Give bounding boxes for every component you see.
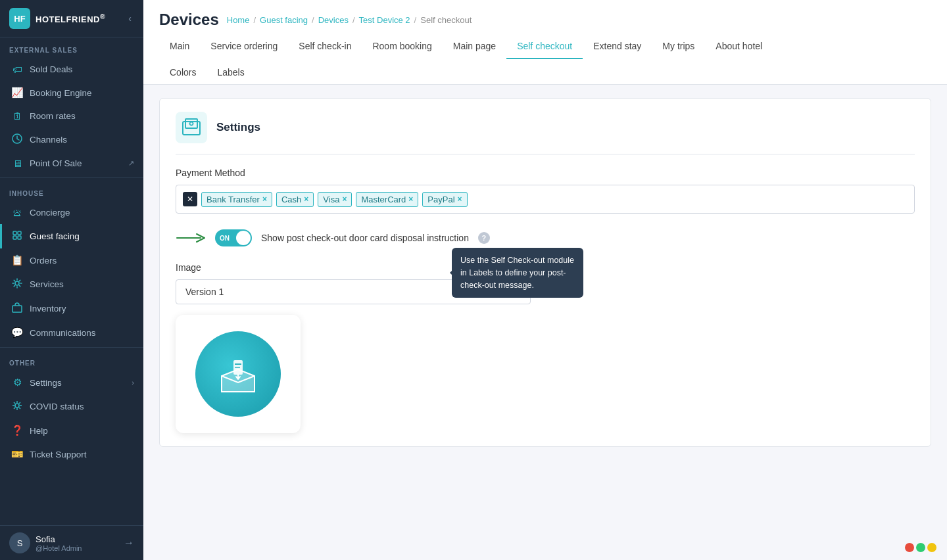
sidebar-item-orders[interactable]: 📋 Orders: [0, 248, 143, 272]
sidebar-item-point-of-sale[interactable]: 🖥 Point Of Sale ↗: [0, 152, 143, 175]
pm-tag-bank-transfer: Bank Transfer ×: [201, 192, 272, 207]
svg-line-15: [14, 408, 15, 409]
ticket-icon: 🎫: [11, 448, 23, 460]
sidebar-item-label: COVID status: [30, 402, 84, 411]
sidebar-item-label: Concierge: [30, 208, 70, 218]
sidebar-item-concierge[interactable]: 🛎 Concierge: [0, 201, 143, 224]
tab-my-trips[interactable]: My trips: [652, 34, 705, 59]
settings-card-header: Settings: [176, 112, 915, 154]
sidebar-item-label: Sold Deals: [30, 64, 72, 74]
tab-room-booking[interactable]: Room booking: [362, 34, 442, 59]
main-header: Devices Home / Guest facing / Devices / …: [143, 0, 947, 85]
sidebar-collapse-button[interactable]: ‹: [126, 11, 134, 26]
tab-self-checkout[interactable]: Self checkout: [506, 34, 583, 59]
sidebar-item-ticket-support[interactable]: 🎫 Ticket Support: [0, 442, 143, 466]
arrow-icon: [176, 231, 208, 245]
tab-service-ordering[interactable]: Service ordering: [200, 34, 288, 59]
sidebar-item-covid-status[interactable]: COVID status: [0, 394, 143, 419]
sidebar-item-sold-deals[interactable]: 🏷 Sold Deals: [0, 58, 143, 81]
svg-rect-4: [18, 236, 21, 239]
inventory-icon: [11, 302, 23, 315]
sidebar: HF HOTELFRIEND® ‹ EXTERNAL SALES 🏷 Sold …: [0, 0, 143, 560]
logo-text: HOTELFRIEND®: [36, 12, 105, 24]
sidebar-item-channels[interactable]: Channels: [0, 128, 143, 152]
pm-tag-remove-cash[interactable]: ×: [304, 195, 308, 204]
calendar-icon: 🗓: [11, 110, 23, 122]
section-label-inhouse: INHOUSE: [0, 181, 143, 201]
sidebar-item-label: Settings: [30, 378, 62, 388]
main-content: Devices Home / Guest facing / Devices / …: [143, 0, 947, 560]
sidebar-section-inhouse: INHOUSE 🛎 Concierge Guest facing 📋 Order…: [0, 181, 143, 344]
toggle-switch[interactable]: ON: [215, 229, 252, 246]
pm-tag-remove-paypal[interactable]: ×: [458, 195, 462, 204]
channels-icon: [11, 133, 23, 146]
main-tabs: Main Service ordering Self check-in Room…: [159, 34, 931, 59]
breadcrumb-test-device[interactable]: Test Device 2: [359, 15, 410, 25]
page-title: Devices: [159, 11, 219, 29]
sidebar-item-label: Channels: [30, 135, 67, 145]
sidebar-item-label: Orders: [30, 256, 57, 266]
brand-dot-red: [905, 543, 914, 552]
tab-main-page[interactable]: Main page: [443, 34, 506, 59]
sidebar-footer: S Sofia @Hotel Admin →: [0, 525, 143, 560]
payment-method-container[interactable]: ✕ Bank Transfer × Cash × Visa × MasterC: [176, 185, 915, 214]
sidebar-item-label: Inventory: [30, 304, 66, 314]
pm-tag-visa: Visa ×: [318, 192, 352, 207]
pm-tag-label: Visa: [323, 195, 339, 204]
logo-icon: HF: [9, 8, 30, 29]
external-link-icon: ↗: [128, 159, 134, 168]
svg-rect-3: [13, 236, 16, 239]
sidebar-item-label: Room rates: [30, 111, 76, 121]
help-icon: ❓: [11, 425, 23, 436]
breadcrumb-guest-facing[interactable]: Guest facing: [260, 15, 308, 25]
brand-dots: [905, 543, 936, 552]
toggle-arrow-indicator: [176, 231, 208, 245]
pm-tag-remove-mastercard[interactable]: ×: [408, 195, 413, 204]
pm-tag-paypal: PayPal ×: [422, 192, 467, 207]
sidebar-item-label: Help: [30, 426, 48, 436]
sidebar-item-room-rates[interactable]: 🗓 Room rates: [0, 105, 143, 128]
tab-self-check-in[interactable]: Self check-in: [288, 34, 362, 59]
pm-tag-remove-visa[interactable]: ×: [342, 195, 347, 204]
pm-tag-label: PayPal: [427, 195, 454, 204]
tag-icon: 🏷: [11, 64, 23, 75]
footer-user-name: Sofia: [36, 534, 118, 544]
logout-icon[interactable]: →: [124, 537, 134, 549]
pm-tag-remove-bank-transfer[interactable]: ×: [262, 195, 267, 204]
communications-icon: 💬: [11, 327, 23, 338]
tab-extend-stay[interactable]: Extend stay: [583, 34, 652, 59]
payment-method-section: Payment Method ✕ Bank Transfer × Cash × …: [176, 168, 915, 214]
tab-about-hotel[interactable]: About hotel: [705, 34, 773, 59]
sidebar-item-guest-facing[interactable]: Guest facing: [0, 224, 143, 248]
tab-main[interactable]: Main: [159, 34, 200, 59]
svg-line-13: [19, 408, 20, 409]
sub-tab-labels[interactable]: Labels: [206, 62, 255, 84]
sidebar-item-inventory[interactable]: Inventory: [0, 296, 143, 321]
sidebar-item-help[interactable]: ❓ Help: [0, 419, 143, 442]
sub-tab-colors[interactable]: Colors: [159, 62, 206, 84]
svg-line-14: [19, 402, 20, 404]
tooltip-box: Use the Self Check-out module in Labels …: [452, 248, 583, 298]
payment-clear-all-button[interactable]: ✕: [183, 192, 197, 206]
toggle-row: ON Show post check-out door card disposa…: [215, 229, 915, 246]
content-area: Settings Payment Method ✕ Bank Transfer …: [143, 85, 947, 560]
sidebar-item-label: Ticket Support: [30, 450, 87, 459]
sidebar-item-services[interactable]: Services: [0, 272, 143, 296]
sidebar-section-other: OTHER ⚙ Settings › COVID status ❓ Help 🎫…: [0, 350, 143, 466]
svg-line-12: [14, 402, 15, 404]
sidebar-item-settings[interactable]: ⚙ Settings ›: [0, 371, 143, 394]
sidebar-item-communications[interactable]: 💬 Communications: [0, 321, 143, 344]
section-label-other: OTHER: [0, 350, 143, 371]
settings-icon-box: [176, 112, 207, 143]
section-label-external-sales: EXTERNAL SALES: [0, 37, 143, 58]
sidebar-item-booking-engine[interactable]: 📈 Booking Engine: [0, 81, 143, 105]
breadcrumb-devices[interactable]: Devices: [318, 15, 349, 25]
svg-point-5: [15, 281, 19, 285]
breadcrumb-home[interactable]: Home: [227, 15, 250, 25]
breadcrumb-row: Devices Home / Guest facing / Devices / …: [159, 0, 931, 34]
help-icon[interactable]: ?: [478, 232, 490, 244]
pm-tag-cash: Cash ×: [276, 192, 314, 207]
sidebar-item-label: Guest facing: [30, 231, 80, 241]
footer-user-role: @Hotel Admin: [36, 544, 118, 552]
svg-rect-2: [18, 231, 21, 235]
